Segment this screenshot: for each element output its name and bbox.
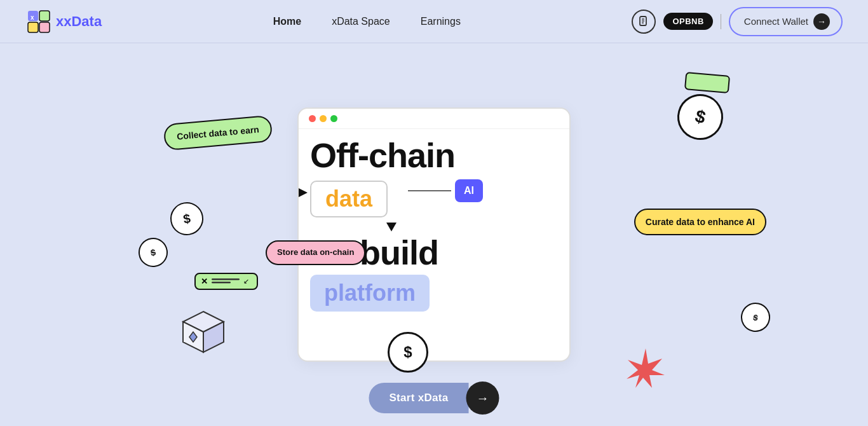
svg-marker-11 bbox=[299, 188, 308, 197]
start-arrow-button[interactable]: → bbox=[466, 381, 499, 415]
x-icon: ✕ bbox=[201, 277, 208, 286]
logo-text: xxData bbox=[56, 13, 102, 30]
star-burst bbox=[625, 347, 666, 390]
dot-red bbox=[309, 115, 316, 122]
cube-icon bbox=[175, 306, 231, 362]
start-xdata-button[interactable]: Start xData bbox=[369, 383, 468, 413]
dot-yellow bbox=[320, 115, 327, 122]
ai-badge: AI bbox=[455, 179, 483, 202]
platform-badge: platform bbox=[310, 275, 430, 312]
svg-rect-14 bbox=[212, 282, 231, 284]
logo[interactable]: x xxData bbox=[25, 8, 102, 35]
star-burst-icon bbox=[625, 347, 666, 388]
nav-right: OPBNB Connect Wallet → bbox=[632, 7, 843, 36]
svg-text:x: x bbox=[31, 14, 34, 21]
nav-space[interactable]: xData Space bbox=[332, 16, 390, 27]
navbar: x xxData Home xData Space Earnings OPBNB… bbox=[0, 0, 868, 43]
curate-data-badge: Curate data to enhance AI bbox=[634, 209, 766, 235]
arrow-down-icon: ↙ bbox=[243, 277, 249, 285]
x-lines-badge: ✕ ↙ bbox=[194, 273, 258, 290]
offchain-text: Off-chain bbox=[310, 137, 558, 174]
data-badge-text: data bbox=[325, 186, 372, 212]
left-arrow-icon bbox=[299, 188, 308, 200]
arrow-right-icon: → bbox=[477, 391, 489, 406]
nav-home[interactable]: Home bbox=[273, 16, 301, 27]
document-icon bbox=[638, 16, 649, 27]
opbnb-badge: OPBNB bbox=[663, 13, 712, 30]
nav-links: Home xData Space Earnings bbox=[273, 16, 461, 27]
dot-green bbox=[330, 115, 337, 122]
lines-icon bbox=[212, 278, 240, 285]
dollar-sign-sm: $ bbox=[752, 312, 759, 322]
coin-small-far-left: $ bbox=[139, 238, 168, 267]
store-data-badge: Store data on-chain bbox=[266, 240, 365, 265]
svg-rect-2 bbox=[39, 11, 50, 21]
main-card: Off-chain data AI bbox=[297, 107, 571, 362]
svg-rect-13 bbox=[212, 278, 240, 280]
start-button-wrap: Start xData → bbox=[369, 381, 499, 415]
dollar-sign: $ bbox=[150, 247, 156, 258]
coin-mid-left: $ bbox=[170, 202, 203, 235]
green-rect bbox=[684, 72, 730, 93]
collect-data-badge: Collect data to earn bbox=[163, 115, 273, 151]
connect-wallet-button[interactable]: Connect Wallet → bbox=[729, 7, 843, 36]
coin-large-top-right: $ bbox=[677, 94, 723, 140]
down-arrow-icon bbox=[386, 223, 558, 234]
hero-section: Collect data to earn $ $ $ Off-chain dat bbox=[0, 43, 868, 426]
connection-line bbox=[408, 182, 459, 201]
card-titlebar bbox=[299, 109, 569, 129]
nav-earnings[interactable]: Earnings bbox=[421, 16, 461, 27]
svg-marker-12 bbox=[386, 223, 397, 231]
coin-bottom-center: $ bbox=[388, 332, 428, 373]
doc-button[interactable] bbox=[632, 10, 656, 34]
cube-3d bbox=[175, 306, 231, 365]
platform-badge-text: platform bbox=[324, 280, 416, 306]
nav-divider bbox=[721, 14, 721, 29]
svg-rect-4 bbox=[39, 22, 50, 32]
svg-marker-19 bbox=[627, 348, 665, 388]
logo-icon: x bbox=[25, 8, 52, 35]
data-badge: data bbox=[310, 181, 388, 217]
coin-small-far-right: $ bbox=[741, 303, 770, 332]
arrow-circle-icon: → bbox=[813, 13, 830, 30]
card-body: Off-chain data AI bbox=[299, 129, 569, 318]
svg-rect-3 bbox=[28, 22, 38, 32]
